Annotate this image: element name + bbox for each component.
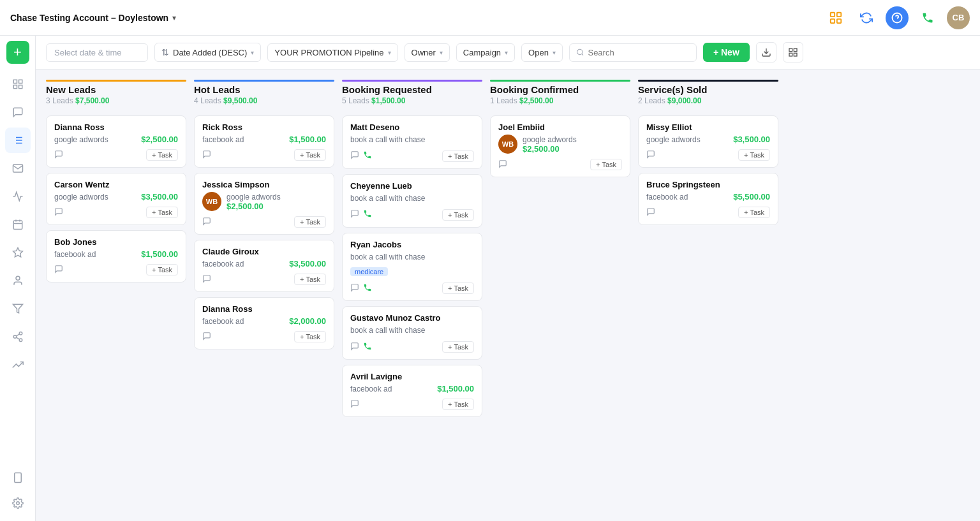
search-icon [576, 48, 584, 57]
add-task-button[interactable]: + Task [294, 216, 326, 228]
card-amount: $2,500.00 [141, 135, 178, 144]
column-header: Hot Leads4 Leads $9,500.00 [194, 80, 334, 110]
add-task-button[interactable]: + Task [442, 209, 474, 221]
phone-icon[interactable] [363, 209, 372, 220]
campaign-select[interactable]: Campaign ▾ [456, 43, 515, 62]
kanban-card[interactable]: Bob Jonesfacebook ad$1,500.00+ Task [46, 230, 186, 283]
kanban-card[interactable]: Dianna Rossgoogle adwords$2,500.00+ Task [46, 115, 186, 168]
add-task-button[interactable]: + Task [738, 149, 770, 161]
toolbar: Select date & time ⇅ Date Added (DESC) ▾… [36, 36, 980, 70]
search-box[interactable] [569, 43, 697, 62]
sidebar-item-filter[interactable] [5, 296, 31, 321]
add-task-button[interactable]: + Task [442, 150, 474, 162]
kanban-card[interactable]: Claude Girouxfacebook ad$3,500.00+ Task [194, 240, 334, 292]
kanban-card[interactable]: Ryan Jacobsbook a call with chasemedicar… [342, 233, 482, 302]
sidebar-item-star[interactable] [5, 240, 31, 265]
kanban-card[interactable]: Matt Desenobook a call with chase+ Task [342, 115, 482, 169]
add-task-button[interactable]: + Task [146, 264, 178, 275]
chat-icon[interactable] [202, 332, 211, 342]
card-amount: $3,500.00 [733, 135, 770, 144]
svg-rect-34 [789, 48, 792, 52]
svg-point-24 [13, 335, 17, 339]
chat-icon[interactable] [498, 159, 507, 170]
kanban-card[interactable]: Carson Wentzgoogle adwords$3,500.00+ Tas… [46, 173, 186, 225]
kanban-card[interactable]: Missy Elliotgoogle adwords$3,500.00+ Tas… [638, 115, 778, 168]
kanban-card[interactable]: Cheyenne Luebbook a call with chase+ Tas… [342, 174, 482, 228]
view-toggle-button[interactable] [783, 42, 803, 62]
chat-icon[interactable] [350, 399, 359, 410]
column-header: Service(s) Sold2 Leads $9,000.00 [638, 80, 778, 110]
column-title: Booking Requested [342, 84, 482, 95]
add-button[interactable]: + [6, 41, 29, 64]
date-picker[interactable]: Select date & time [46, 43, 148, 62]
open-select[interactable]: Open ▾ [521, 43, 563, 62]
chat-icon[interactable] [202, 150, 211, 161]
pipeline-select[interactable]: YOUR PROMOTION Pipeline ▾ [267, 43, 397, 62]
notifications-icon[interactable] [824, 6, 847, 29]
chat-icon[interactable] [54, 265, 63, 275]
add-task-button[interactable]: + Task [294, 274, 326, 285]
sort-select[interactable]: ⇅ Date Added (DESC) ▾ [154, 43, 261, 62]
sidebar-item-chat[interactable] [5, 99, 31, 125]
kanban-card[interactable]: Joel EmbiidWBgoogle adwords$2,500.00+ Ta… [490, 115, 630, 177]
kanban-card[interactable]: Dianna Rossfacebook ad$2,000.00+ Task [194, 297, 334, 349]
card-footer: + Task [54, 149, 178, 161]
kanban-card[interactable]: Bruce Springsteenfacebook ad$5,500.00+ T… [638, 173, 778, 225]
add-task-button[interactable]: + Task [294, 149, 326, 161]
add-task-button[interactable]: + Task [294, 331, 326, 342]
chat-icon[interactable] [202, 274, 211, 285]
sidebar-item-email[interactable] [5, 156, 31, 181]
phone-icon[interactable] [363, 342, 372, 353]
column-meta: 2 Leads $9,000.00 [638, 96, 778, 105]
download-button[interactable] [756, 42, 776, 62]
phone-icon[interactable] [916, 6, 939, 29]
sidebar-item-crm[interactable] [5, 128, 31, 153]
chat-icon[interactable] [54, 150, 63, 161]
chevron-down-icon: ▾ [251, 49, 254, 56]
account-selector[interactable]: Chase Testing Account – Doylestown ▾ [10, 13, 176, 23]
column-title: New Leads [46, 84, 186, 95]
add-task-button[interactable]: + Task [442, 399, 474, 410]
user-avatar[interactable]: CB [947, 6, 970, 29]
sidebar-item-phone[interactable] [5, 465, 31, 490]
chat-icon[interactable] [54, 207, 63, 218]
chat-icon[interactable] [646, 207, 655, 218]
new-button[interactable]: + New [703, 43, 750, 62]
card-description: book a call with chase [350, 193, 474, 204]
svg-point-23 [19, 332, 22, 335]
sidebar-item-dashboard[interactable] [5, 71, 31, 97]
kanban-card[interactable]: Gustavo Munoz Castrobook a call with cha… [342, 306, 482, 360]
owner-select[interactable]: Owner ▾ [405, 43, 450, 62]
add-task-button[interactable]: + Task [442, 341, 474, 353]
card-name: Matt Deseno [350, 122, 474, 132]
phone-icon[interactable] [363, 150, 372, 161]
sidebar-item-analytics[interactable] [5, 184, 31, 209]
search-input[interactable] [588, 48, 689, 57]
sidebar-item-users[interactable] [5, 268, 31, 293]
column-meta: 3 Leads $7,500.00 [46, 96, 186, 105]
kanban-card[interactable]: Rick Rossfacebook ad$1,500.00+ Task [194, 115, 334, 168]
sidebar-item-trending[interactable] [5, 352, 31, 378]
phone-icon[interactable] [363, 283, 372, 294]
help-icon[interactable] [886, 6, 909, 29]
add-task-button[interactable]: + Task [146, 149, 178, 161]
kanban-column: Booking Requested5 Leads $1,500.00Matt D… [342, 80, 482, 417]
add-task-button[interactable]: + Task [146, 207, 178, 218]
sidebar-item-calendar[interactable] [5, 212, 31, 237]
chat-icon[interactable] [350, 209, 359, 220]
sidebar-item-workflows[interactable] [5, 324, 31, 349]
sidebar-item-settings[interactable] [5, 490, 31, 516]
kanban-card[interactable]: Avril Lavignefacebook ad$1,500.00+ Task [342, 365, 482, 417]
sync-icon[interactable] [855, 6, 878, 29]
add-task-button[interactable]: + Task [442, 283, 474, 294]
add-task-button[interactable]: + Task [590, 159, 622, 170]
chat-icon[interactable] [202, 217, 211, 228]
chevron-down-icon: ▾ [553, 49, 556, 56]
card-source-row: facebook ad$1,500.00 [350, 384, 474, 393]
kanban-card[interactable]: Jessica SimpsonWBgoogle adwords$2,500.00… [194, 173, 334, 235]
add-task-button[interactable]: + Task [738, 207, 770, 218]
chat-icon[interactable] [350, 283, 359, 294]
chat-icon[interactable] [350, 342, 359, 353]
chat-icon[interactable] [350, 150, 359, 161]
chat-icon[interactable] [646, 150, 655, 161]
